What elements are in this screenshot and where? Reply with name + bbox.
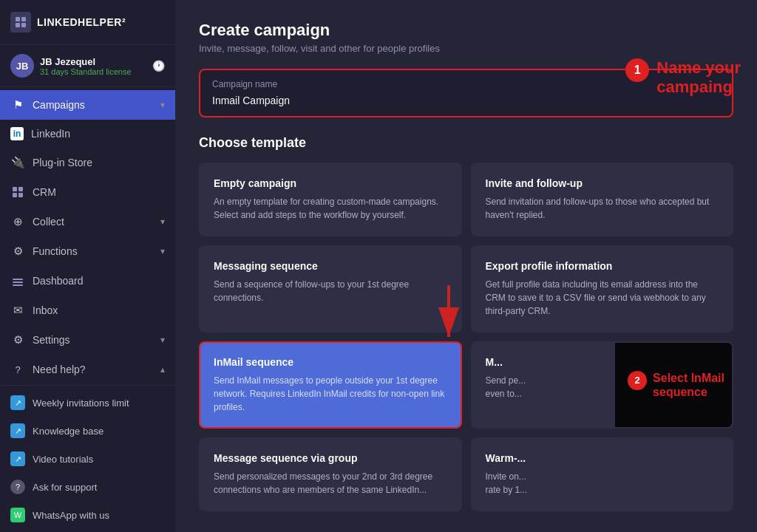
sidebar-item-dashboard[interactable]: Dashboard xyxy=(0,266,175,296)
question-icon: ? xyxy=(10,480,25,494)
weekly-invitations-link[interactable]: ↗ Weekly invitations limit xyxy=(0,389,175,417)
template-message-via-group[interactable]: Message sequence via group Send personal… xyxy=(199,437,462,511)
user-info: JB Jezequel 31 days Standard license xyxy=(40,56,146,76)
main-content: Create campaign Invite, message, follow,… xyxy=(175,0,757,532)
external-link-icon: ↗ xyxy=(10,423,25,438)
crm-icon xyxy=(10,185,25,200)
linkedin-label: LinkedIn xyxy=(31,128,165,140)
user-profile[interactable]: JB JB Jezequel 31 days Standard license … xyxy=(0,45,175,87)
collect-icon: ⊕ xyxy=(10,214,25,229)
sidebar-item-collect[interactable]: ⊕ Collect ▾ xyxy=(0,207,175,236)
logo-icon xyxy=(10,12,31,33)
step2-badge: 2 xyxy=(628,371,647,390)
sidebar-item-functions[interactable]: ⚙ Functions ▾ xyxy=(0,236,175,266)
sidebar-item-inbox[interactable]: ✉ Inbox xyxy=(0,296,175,325)
svg-rect-4 xyxy=(13,187,17,191)
sidebar-item-campaigns[interactable]: ⚑ Campaigns ▾ xyxy=(0,90,175,120)
crm-label: CRM xyxy=(33,186,165,198)
external-link-icon: ↗ xyxy=(10,451,25,466)
sidebar-item-crm[interactable]: CRM xyxy=(0,177,175,207)
ask-support-link[interactable]: ? Ask for support xyxy=(0,473,175,501)
svg-rect-3 xyxy=(21,23,26,27)
campaigns-icon: ⚑ xyxy=(10,98,25,112)
dashboard-icon xyxy=(10,273,25,288)
inbox-label: Inbox xyxy=(33,304,165,316)
knowledge-base-link[interactable]: ↗ Knowledge base xyxy=(0,417,175,445)
external-link-icon: ↗ xyxy=(10,395,25,410)
dashboard-label: Dashboard xyxy=(33,275,165,287)
help-label: Need help? xyxy=(33,364,153,375)
app-title: LINKEDHELPER² xyxy=(37,16,126,28)
knowledge-base-label: Knowledge base xyxy=(33,426,103,437)
video-tutorials-link[interactable]: ↗ Video tutorials xyxy=(0,445,175,473)
weekly-invitations-label: Weekly invitations limit xyxy=(33,398,129,409)
svg-rect-8 xyxy=(13,279,23,280)
template-title: Export profile information xyxy=(486,260,719,272)
step2-annotation: 2 Select InMailsequence xyxy=(628,371,724,399)
collect-label: Collect xyxy=(33,216,153,228)
sidebar-item-settings[interactable]: ⚙ Settings ▾ xyxy=(0,325,175,355)
chevron-down-icon: ▾ xyxy=(160,335,165,345)
template-partial-1[interactable]: 2 Select InMailsequence M... Send pe...e… xyxy=(471,341,734,429)
chevron-down-icon: ▾ xyxy=(160,246,165,256)
inbox-icon: ✉ xyxy=(10,303,25,318)
sidebar: LINKEDHELPER² JB JB Jezequel 31 days Sta… xyxy=(0,0,175,532)
dark-overlay: 2 Select InMailsequence xyxy=(615,343,732,427)
template-messaging-sequence[interactable]: Messaging sequence Send a sequence of fo… xyxy=(199,245,462,332)
step1-badge: 1 xyxy=(625,58,649,82)
avatar: JB xyxy=(10,54,34,78)
main-nav: ⚑ Campaigns ▾ in LinkedIn 🔌 Plug-in Stor… xyxy=(0,87,175,385)
template-desc: Send a sequence of follow-ups to your 1s… xyxy=(214,278,447,304)
plugin-store-icon: 🔌 xyxy=(10,155,25,170)
template-section: Choose template Empty campaign An empty … xyxy=(199,135,733,511)
template-title: Invite and follow-up xyxy=(486,177,719,189)
svg-rect-2 xyxy=(16,23,20,27)
clock-icon: 🕐 xyxy=(152,60,165,72)
ask-support-label: Ask for support xyxy=(33,482,97,493)
template-invite-followup[interactable]: Invite and follow-up Send invitation and… xyxy=(471,163,734,236)
step1-text: Name yourcampaing xyxy=(656,58,741,98)
plugin-store-label: Plug-in Store xyxy=(33,157,165,168)
chevron-down-icon: ▾ xyxy=(160,100,165,110)
svg-rect-9 xyxy=(13,282,23,283)
linkedin-icon: in xyxy=(10,127,24,140)
page-subtitle: Invite, message, follow, visit and other… xyxy=(199,43,733,54)
arrow-annotation xyxy=(427,282,471,351)
svg-rect-5 xyxy=(18,187,23,191)
template-desc: Send personalized messages to your 2nd o… xyxy=(214,470,447,497)
whatsapp-label: WhatsApp with us xyxy=(33,510,109,521)
template-desc: Send invitation and follow-ups to those … xyxy=(486,195,719,222)
page-header: Create campaign Invite, message, follow,… xyxy=(199,21,733,54)
template-title: Empty campaign xyxy=(214,177,447,189)
template-empty-campaign[interactable]: Empty campaign An empty template for cre… xyxy=(199,163,462,236)
video-tutorials-label: Video tutorials xyxy=(33,454,93,465)
template-desc: Send InMail messages to people outside y… xyxy=(214,374,447,414)
whatsapp-icon: W xyxy=(10,508,25,522)
sidebar-item-linkedin[interactable]: in LinkedIn xyxy=(0,120,175,148)
template-title: Messaging sequence xyxy=(214,260,447,272)
page-title: Create campaign xyxy=(199,21,733,40)
help-icon: ? xyxy=(10,362,25,377)
logo-area: LINKEDHELPER² xyxy=(0,0,175,45)
step1-annotation: 1 Name yourcampaing xyxy=(625,58,741,98)
template-title: Warm-... xyxy=(486,452,719,464)
template-export-profile[interactable]: Export profile information Get full prof… xyxy=(471,245,734,332)
template-desc: Invite on...rate by 1... xyxy=(486,470,719,497)
template-inmail-sequence[interactable]: InMail sequence Send InMail messages to … xyxy=(199,341,462,429)
sidebar-item-plugin-store[interactable]: 🔌 Plug-in Store xyxy=(0,148,175,177)
template-warm[interactable]: Warm-... Invite on...rate by 1... xyxy=(471,437,734,511)
functions-icon: ⚙ xyxy=(10,244,25,259)
sidebar-bottom: ↗ Weekly invitations limit ↗ Knowledge b… xyxy=(0,385,175,532)
sidebar-item-need-help[interactable]: ? Need help? ▴ xyxy=(0,355,175,384)
inmail-row: InMail sequence Send InMail messages to … xyxy=(199,341,462,429)
settings-icon: ⚙ xyxy=(10,332,25,347)
whatsapp-link[interactable]: W WhatsApp with us xyxy=(0,501,175,529)
user-name: JB Jezequel xyxy=(40,56,146,67)
user-license: 31 days Standard license xyxy=(40,67,146,76)
svg-rect-7 xyxy=(18,193,23,197)
svg-rect-6 xyxy=(13,193,17,197)
campaigns-label: Campaigns xyxy=(33,99,153,111)
chevron-up-icon: ▴ xyxy=(160,364,165,375)
template-title: InMail sequence xyxy=(214,356,447,368)
chevron-down-icon: ▾ xyxy=(160,216,165,227)
